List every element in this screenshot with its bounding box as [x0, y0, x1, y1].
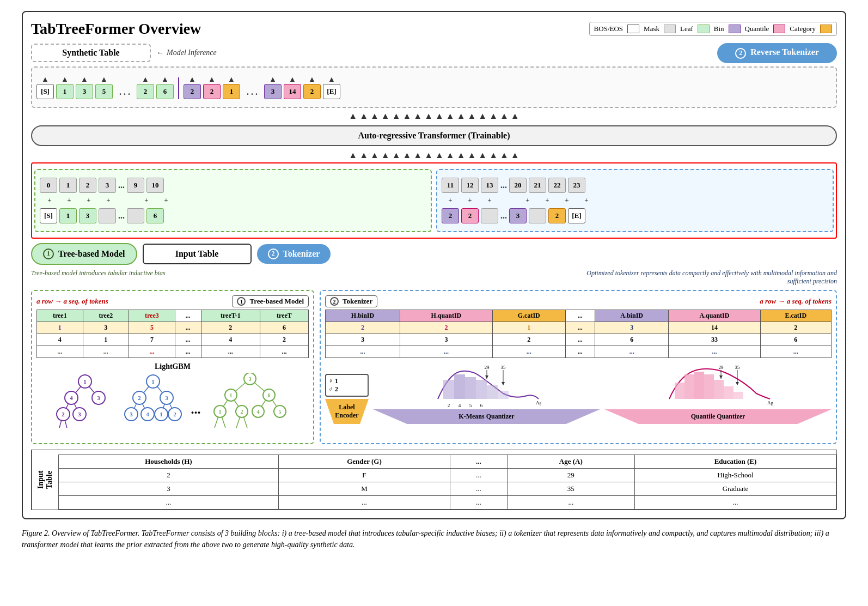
tok-row-seq-label: a row → a seq. of tokens — [760, 297, 832, 306]
svg-text:Age: Age — [767, 400, 773, 405]
token-leaf-1-col: ▲ 1 — [56, 75, 74, 99]
arrow-up-b2a: ▲ — [188, 75, 196, 84]
legend-bin-label: Bin — [714, 25, 724, 33]
token-leaf-2-col: ▲ 2 — [137, 75, 154, 99]
input-table-side-text: InputTable — [36, 471, 54, 489]
svg-rect-77 — [675, 383, 684, 399]
svg-rect-78 — [684, 374, 694, 399]
tree-r2c4: ... — [175, 334, 201, 346]
token-leaf-6: 6 — [156, 84, 174, 99]
svg-rect-62 — [465, 377, 476, 399]
output-token-row: ▲ [S] ▲ 1 ▲ 3 ▲ 5 . . . ▲ 2 ▲ 6 — [36, 75, 832, 99]
input-mask-4 — [529, 208, 546, 223]
pos-token-sections: 0 1 2 3 ... 9 10 + + + + + + — [34, 166, 834, 235]
tok-col-aquant: A.quantID — [669, 310, 760, 322]
tree-badge-label: Tree-based Model — [249, 297, 304, 305]
token-category-1-col: ▲ 1 — [223, 75, 240, 99]
label-encoder-label: Label Encoder — [335, 403, 358, 419]
svg-rect-60 — [443, 380, 454, 399]
input-eos: [E] — [568, 208, 585, 223]
legend-leaf-label: Leaf — [680, 25, 693, 33]
tok-col-gcat: G.catID — [492, 310, 565, 322]
tok-r3c1: ... — [326, 346, 400, 358]
tokenizer-detail-section: 2 Tokenizer a row → a seq. of tokens H.b… — [320, 290, 837, 445]
legend-boseos-box — [627, 25, 639, 33]
svg-text:4: 4 — [146, 411, 149, 417]
svg-text:2: 2 — [240, 409, 243, 415]
svg-text:4: 4 — [256, 409, 259, 415]
row3-dots: ... — [450, 496, 508, 510]
row2-households: 3 — [59, 482, 279, 496]
arrow-up-l2: ▲ — [142, 75, 149, 84]
pos-11: 11 — [442, 178, 459, 193]
tok-badge-label: Tokenizer — [343, 297, 372, 305]
svg-rect-63 — [476, 380, 487, 399]
dots-pos-b: ... — [500, 180, 507, 190]
svg-rect-82 — [724, 386, 733, 399]
tree-r2c6: 2 — [260, 334, 309, 346]
tree-r2c5: 4 — [201, 334, 260, 346]
row3-education: ... — [635, 496, 836, 510]
svg-marker-74 — [485, 375, 488, 379]
row1-households: 2 — [59, 469, 279, 482]
token-bin-2a: 2 — [184, 84, 201, 99]
tree-model-badge: 1 Tree-based Model — [232, 295, 309, 308]
tree-table: tree1 tree2 tree3 ... treeT-1 treeT 1 3 … — [36, 310, 309, 358]
pos-20: 20 — [509, 178, 527, 193]
trees-row: 1 4 3 2 3 — [36, 373, 309, 439]
row1-gender: F — [278, 469, 450, 482]
tok-r1c3: 1 — [492, 322, 565, 334]
token-bin-3: 3 — [264, 84, 282, 99]
pos-3: 3 — [99, 178, 116, 193]
tok-r2c5: 6 — [595, 334, 668, 346]
arrow-up-l3: ▲ — [81, 75, 88, 84]
section-divider-1 — [178, 77, 179, 99]
col-gender: Gender (G) — [278, 455, 450, 469]
legend-quantile-box — [773, 25, 785, 33]
quantile-svg: 29 35 Age — [664, 363, 773, 407]
tree-detail-section: a row → a seq. of tokens 1 Tree-based Mo… — [31, 290, 314, 445]
input-table-center: Input Table — [143, 244, 252, 264]
svg-text:3: 3 — [130, 411, 133, 417]
tree-note-text: Tree-based model introduces tabular indu… — [31, 269, 166, 277]
dots-2: . . . — [247, 87, 258, 99]
reverse-tokenizer-label: Reverse Tokenizer — [750, 47, 819, 57]
eos-token-col: ▲ [E] — [323, 75, 340, 99]
figure-caption: Figure 2. Overview of TabTreeFormer. Tab… — [22, 528, 846, 550]
pos-10: 10 — [146, 178, 164, 193]
svg-rect-83 — [733, 392, 743, 399]
token-category-1: 1 — [223, 84, 240, 99]
dots-inp-g: ... — [118, 211, 125, 221]
col-education: Education (E) — [635, 455, 836, 469]
token-input-row-green: [S] 1 3 ... 6 — [40, 208, 426, 223]
arrows-from-transformer: ▲ ▲ ▲ ▲ ▲ ▲ ▲ ▲ ▲ ▲ ▲ ▲ ▲ ▲ ▲ ▲ — [31, 150, 837, 160]
arrow-up-bos: ▲ — [41, 75, 49, 84]
input-table-label-text: Input Table — [175, 249, 219, 258]
svg-text:3: 3 — [78, 411, 81, 417]
tokenizer-box: 2 Tokenizer — [257, 244, 331, 264]
tree-r2c3: 7 — [129, 334, 175, 346]
notes-row: Tree-based model introduces tabular indu… — [31, 269, 837, 286]
svg-marker-90 — [736, 382, 739, 385]
quantile-section: 29 35 Age Quantile Quantizer — [604, 363, 832, 424]
tok-r1c6: 14 — [669, 322, 760, 334]
input-mask-1 — [99, 208, 116, 223]
label-encoder-section: ♀ 1 ♂ 2 Label Encoder — [325, 374, 369, 424]
model-tokenizer-row: 1 Tree-based Model Input Table 2 Tokeniz… — [31, 243, 837, 265]
kmeans-box: K-Means Quantizer — [373, 409, 600, 424]
svg-text:1: 1 — [83, 378, 87, 385]
quantile-box: Quantile Quantizer — [604, 409, 832, 424]
arrow-up-l5: ▲ — [100, 75, 108, 84]
input-table-label-box: Input Table — [143, 244, 252, 264]
pos-12: 12 — [461, 178, 479, 193]
svg-marker-88 — [719, 375, 723, 379]
tok-r2c7: 6 — [760, 334, 831, 346]
svg-rect-80 — [704, 374, 714, 399]
tree-r3c1: ... — [37, 346, 83, 358]
synthetic-table-label: Synthetic Table — [62, 48, 119, 57]
token-category-2b-col: ▲ 2 — [303, 75, 321, 99]
tok-col-hbin: H.binID — [326, 310, 400, 322]
tree-col-tree1: tree1 — [37, 310, 83, 322]
tok-r2c4: ... — [565, 334, 595, 346]
svg-rect-64 — [487, 385, 498, 399]
